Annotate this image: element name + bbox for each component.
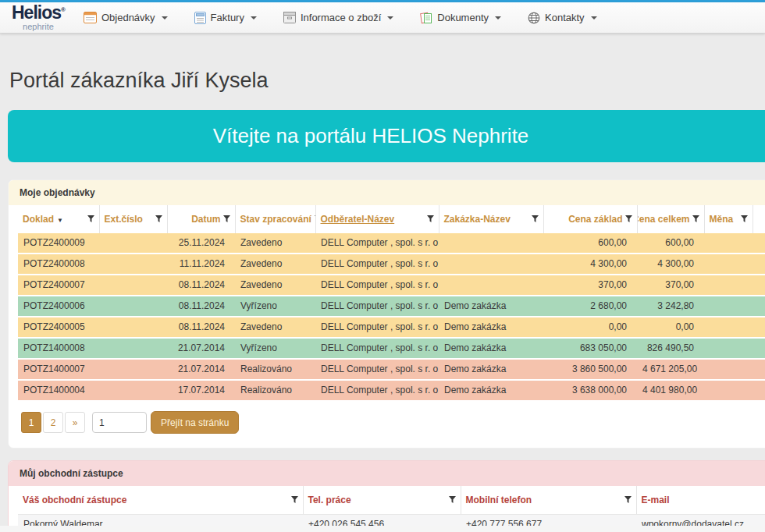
order-cell-stav: Realizováno — [235, 380, 315, 401]
order-cell-zaklad: 600,00 — [543, 233, 637, 254]
column-label: Ext.číslo — [105, 214, 143, 225]
column-label[interactable]: Odběratel-Název — [321, 214, 395, 225]
order-cell-stav: Zavedeno — [235, 275, 315, 296]
filter-icon[interactable] — [223, 215, 230, 223]
orders-col-datum[interactable]: Datum — [167, 205, 235, 233]
column-label: Datum — [191, 214, 220, 225]
order-cell-doklad: POTZ2400009 — [18, 233, 99, 254]
invoices-icon — [194, 12, 206, 24]
order-cell-zaklad: 683 050,00 — [543, 338, 637, 359]
orders-col-cena-celkem[interactable]: Cena celkem — [637, 205, 704, 233]
welcome-banner: Vítejte na portálu HELIOS Nephrite — [8, 110, 765, 162]
page-number-input[interactable] — [92, 412, 147, 433]
chevron-down-icon — [591, 16, 597, 20]
helios-logo[interactable]: Helios® nephrite — [12, 4, 65, 31]
nav-item-faktury[interactable]: Faktury — [194, 12, 257, 24]
chevron-down-icon — [251, 16, 257, 20]
order-cell-odberatel: DELL Computer , spol. s r. o. — [315, 254, 439, 275]
order-cell-odberatel: DELL Computer , spol. s r. o. — [315, 296, 439, 317]
globe-icon — [528, 12, 540, 24]
order-cell-extra — [753, 254, 765, 275]
order-cell-celkem: 826 490,50 — [637, 338, 704, 359]
nav-item-dokumenty[interactable]: Dokumenty — [420, 12, 501, 24]
page-button-next[interactable]: » — [65, 412, 85, 433]
order-cell-stav: Zavedeno — [235, 233, 315, 254]
order-cell-extra — [753, 296, 765, 317]
goto-page-button[interactable]: Přejít na stránku — [151, 411, 239, 434]
nav-label: Objednávky — [101, 12, 155, 23]
order-cell-extra — [753, 233, 765, 254]
rep-header-row: Váš obchodní zástupceTel. práceMobilní t… — [18, 486, 765, 515]
filter-icon[interactable] — [427, 215, 434, 223]
order-cell-zaklad: 4 300,00 — [543, 254, 637, 275]
order-row[interactable]: POTZ240000811.11.2024ZavedenoDELL Comput… — [18, 254, 765, 275]
sales-rep-panel-title: Můj obchodní zástupce — [9, 461, 765, 486]
order-row[interactable]: POTZ240000608.11.2024VyřízenoDELL Comput… — [18, 296, 765, 317]
brand-subtitle: nephrite — [12, 23, 65, 31]
filter-icon[interactable] — [291, 496, 298, 504]
nav-item-informace-o-zbozi[interactable]: Informace o zboží — [283, 12, 393, 24]
order-cell-datum: 21.07.2014 — [167, 338, 235, 359]
orders-col-mena[interactable]: Měna — [704, 205, 753, 233]
order-cell-datum: 08.11.2024 — [167, 275, 235, 296]
page-button-1[interactable]: 1 — [21, 412, 41, 433]
filter-icon[interactable] — [449, 496, 456, 504]
sort-icon[interactable]: ▼ — [57, 217, 63, 224]
chevron-down-icon — [495, 16, 501, 20]
orders-col-ext-cislo[interactable]: Ext.číslo — [99, 205, 167, 233]
order-row[interactable]: POTZ240000508.11.2024ZavedenoDELL Comput… — [18, 317, 765, 338]
order-cell-doklad: POTZ2400006 — [18, 296, 99, 317]
order-cell-stav: Zavedeno — [235, 317, 315, 338]
column-label: Váš obchodní zástupce — [23, 495, 126, 505]
order-row[interactable]: POTZ140000821.07.2014VyřízenoDELL Comput… — [18, 338, 765, 359]
orders-col-zakazka-nazev[interactable]: Zakázka-Název — [439, 205, 543, 233]
order-cell-extra — [753, 380, 765, 401]
order-cell-ext — [99, 359, 167, 380]
page-title: Portál zákazníka Jiří Kysela — [9, 69, 765, 93]
order-row[interactable]: POTZ240000925.11.2024ZavedenoDELL Comput… — [18, 233, 765, 254]
order-cell-ext — [99, 254, 167, 275]
order-cell-zakazka: Demo zakázka — [439, 338, 543, 359]
filter-icon[interactable] — [532, 215, 539, 223]
order-cell-celkem: 4 300,00 — [637, 254, 704, 275]
orders-col-cena-zaklad[interactable]: Cena základ — [543, 205, 637, 233]
filter-icon[interactable] — [625, 215, 632, 223]
rep-col-mobilni-telefon[interactable]: Mobilní telefon — [461, 486, 636, 515]
rep-col-tel-prace[interactable]: Tel. práce — [303, 486, 461, 515]
order-cell-celkem: 4 401 980,00 — [637, 380, 704, 401]
nav-item-objednavky[interactable]: Objednávky — [84, 12, 168, 24]
orders-col-stav-zpracovani[interactable]: Stav zpracování — [235, 205, 315, 233]
filter-icon[interactable] — [741, 215, 748, 223]
order-cell-datum: 08.11.2024 — [167, 317, 235, 338]
order-cell-celkem: 4 671 205,00 — [637, 359, 704, 380]
order-cell-mena — [704, 338, 753, 359]
main-content: Portál zákazníka Jiří Kysela Vítejte na … — [0, 69, 765, 532]
order-row[interactable]: POTZ240000708.11.2024ZavedenoDELL Comput… — [18, 275, 765, 296]
filter-icon[interactable] — [87, 215, 94, 223]
orders-col-doklad[interactable]: Doklad▼ — [18, 205, 99, 233]
order-cell-doklad: POTZ2400005 — [18, 317, 99, 338]
main-nav: Objednávky Faktury Informace o zboží Dok… — [84, 12, 597, 24]
goods-info-icon — [283, 12, 296, 23]
documents-icon — [420, 12, 432, 24]
order-cell-mena — [704, 380, 753, 401]
order-cell-zaklad: 3 638 000,00 — [543, 380, 637, 401]
order-row[interactable]: POTZ140000417.07.2014RealizovánoDELL Com… — [18, 380, 765, 401]
orders-icon — [84, 12, 97, 23]
order-row[interactable]: POTZ140000721.07.2014RealizovánoDELL Com… — [18, 359, 765, 380]
filter-icon[interactable] — [692, 215, 699, 223]
order-cell-celkem: 0,00 — [637, 317, 704, 338]
chevron-down-icon — [162, 16, 168, 20]
rep-col-vas-obchodni-zastupce[interactable]: Váš obchodní zástupce — [18, 486, 303, 515]
order-cell-zakazka: Demo zakázka — [439, 359, 543, 380]
page-button-2[interactable]: 2 — [43, 412, 63, 433]
column-label: Cena celkem — [637, 214, 690, 225]
nav-item-kontakty[interactable]: Kontakty — [528, 12, 597, 24]
order-cell-odberatel: DELL Computer , spol. s r. o. — [315, 359, 439, 380]
nav-label: Kontakty — [545, 12, 585, 23]
filter-icon[interactable] — [155, 215, 162, 223]
orders-col-odberatel-nazev[interactable]: Odběratel-Název — [315, 205, 439, 233]
filter-icon[interactable] — [624, 496, 632, 504]
order-cell-doklad: POTZ2400008 — [18, 254, 99, 275]
order-cell-ext — [99, 380, 167, 401]
